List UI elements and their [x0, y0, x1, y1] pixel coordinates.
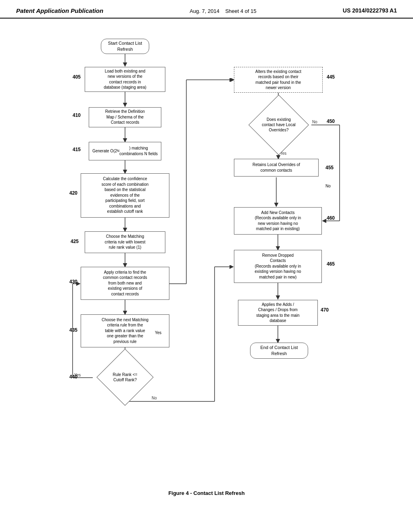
node-405: Load both existing andnew versions of th…: [85, 67, 165, 92]
node-425: Choose the Matchingcriteria rule with lo…: [85, 231, 165, 253]
node-460: Add New Contacts(Records available only …: [234, 207, 322, 235]
yes-label-435: Yes: [155, 330, 161, 335]
label-455: 455: [325, 165, 334, 170]
label-410: 410: [73, 112, 81, 118]
node-430: Apply criteria to find thecommon contact…: [81, 267, 169, 300]
node-420: Calculate the confidencescore of each co…: [81, 173, 169, 218]
node-450-diamond: Does existingcontact have LocalOverrides…: [246, 110, 311, 140]
node-465: Remove DroppedContacts(Records available…: [234, 250, 322, 283]
label-470: 470: [321, 307, 329, 313]
label-450: 450: [327, 118, 335, 124]
node-415: Generate O(2N) matchingcombinations N fi…: [89, 142, 161, 160]
patent-number: US 2014/0222793 A1: [343, 7, 397, 14]
label-415: 415: [73, 147, 81, 152]
flowchart-diagram: Yes No Yes No: [13, 27, 400, 482]
label-460: 460: [327, 215, 335, 221]
label-425: 425: [71, 239, 79, 244]
page-header: Patent Application Publication Aug. 7, 2…: [0, 0, 413, 19]
node-445: Alters the existing contactrecords based…: [234, 67, 323, 93]
header-center: Aug. 7, 2014 Sheet 4 of 15: [190, 7, 257, 15]
node-410: Retrieve the DefinitionMap / Schema of t…: [89, 107, 161, 127]
label-465: 465: [327, 261, 335, 267]
svg-text:No: No: [152, 396, 157, 400]
node-start: Start Contact ListRefresh: [101, 39, 149, 54]
publication-title: Patent Application Publication: [16, 7, 103, 14]
label-440: 440: [69, 374, 77, 380]
node-470: Applies the Adds /Changes / Drops fromst…: [238, 300, 318, 326]
label-435: 435: [69, 327, 77, 333]
sheet-number: Sheet 4 of 15: [225, 8, 256, 14]
label-445: 445: [327, 74, 335, 80]
label-420: 420: [69, 190, 77, 196]
node-end: End of Contact ListRefresh: [250, 343, 308, 359]
node-440-diamond: Rule Rank <=Cutoff Rank?: [93, 363, 157, 392]
arrows-svg: Yes No Yes No: [13, 27, 400, 482]
label-405: 405: [73, 74, 81, 80]
label-430: 430: [69, 279, 77, 285]
figure-caption: Figure 4 - Contact List Refresh: [0, 490, 413, 496]
publication-date: Aug. 7, 2014: [190, 8, 219, 14]
no-label-455: No: [325, 184, 331, 188]
node-455: Retains Local Overrides ofcommon contact…: [234, 159, 319, 177]
svg-text:No: No: [312, 120, 317, 124]
